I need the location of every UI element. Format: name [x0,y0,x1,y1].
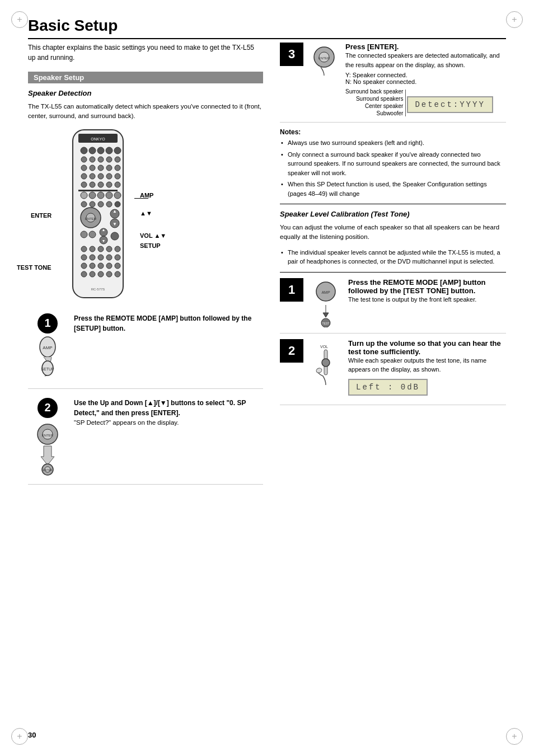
svg-point-19 [90,173,95,179]
spk-label-0: Surround back speaker [345,88,403,95]
svg-text:ENTER: ENTER [41,434,53,437]
svg-point-8 [81,157,87,162]
svg-point-23 [81,182,87,187]
svg-point-52 [111,232,119,240]
speaker-labels-list: Surround back speaker Surround speakers … [345,88,403,116]
page-title: Basic Setup [28,17,506,39]
speaker-setup-header: Speaker Setup [28,72,263,83]
svg-point-63 [81,263,87,269]
svg-point-21 [106,173,112,179]
cal-step2-num: 2 [280,339,303,363]
svg-text:RC-577S: RC-577S [91,288,105,291]
yn-labels: Y: Speaker connected. N: No speaker conn… [345,72,506,85]
svg-point-53 [81,246,87,252]
spk-label-2: Center speaker [365,103,403,109]
svg-point-15 [98,165,104,171]
svg-point-18 [81,173,87,179]
divider2 [280,272,506,273]
svg-point-64 [90,263,95,269]
calibration-note: The individual speaker levels cannot be … [280,248,506,266]
svg-text:▲: ▲ [113,209,117,214]
cal-step1-num: 1 [280,278,303,302]
svg-point-27 [115,182,120,187]
detect-display: Detect:YYYY [407,96,493,113]
svg-text:ENTER: ENTER [318,57,330,60]
amp-line [134,198,148,199]
note-item-2: When this SP Detect function is used, th… [280,180,506,198]
speaker-diagram-area: Surround back speaker Surround speakers … [345,88,506,116]
step2-icon-area: 2 ENTER ENTER [28,398,67,476]
svg-point-93 [322,359,330,367]
cal-step1-content: Press the REMOTE MODE [AMP] button follo… [348,278,506,327]
svg-point-12 [115,157,120,162]
setup-label: SETUP [140,242,161,249]
svg-point-4 [89,147,96,154]
page-number: 30 [28,731,36,739]
left-column: This chapter explains the basic settings… [28,43,263,494]
cal-step2-content: Turn up the volume so that you can hear … [348,339,506,399]
svg-text:VOL: VOL [320,345,328,349]
svg-text:▲: ▲ [102,228,106,232]
svg-point-13 [81,165,87,171]
svg-point-37 [106,201,112,207]
step1-left: 1 AMP SETUP Press the REMOTE MODE [AMP] … [28,313,263,389]
right-column: 3 ENTER Press [ENTER]. The connected spe… [280,43,506,494]
svg-text:SETUP: SETUP [41,367,54,371]
step2-bold: Use the Up and Down [▲]/[▼] buttons to s… [74,399,246,417]
svg-text:ENTER: ENTER [43,468,52,472]
step1-hand-icon: AMP SETUP [32,336,63,381]
cal-vol-icon: VOL [315,341,337,386]
divider [280,204,506,204]
step3-bold: Press [ENTER]. [345,43,399,51]
n-label: N: No speaker connected. [345,78,506,85]
svg-point-32 [106,192,113,199]
svg-point-46 [81,231,87,238]
svg-point-16 [106,165,112,171]
svg-point-60 [98,255,104,260]
svg-point-33 [114,192,121,199]
calibration-body: You can adjust the volume of each speake… [280,223,506,242]
left-display: Left : 0dB [348,379,428,396]
svg-point-70 [98,271,104,277]
step3-icon: ENTER [309,43,340,116]
calibration-subtitle: Speaker Level Calibration (Test Tone) [280,210,506,218]
cal-step1-bold: Press the REMOTE MODE [AMP] button follo… [348,278,486,295]
step1-number: 1 [38,313,58,334]
svg-point-68 [81,271,87,277]
svg-point-57 [115,246,120,252]
svg-point-54 [90,246,95,252]
cal-testtone-icon: TEST [315,305,337,327]
cal-step2-bold: Turn up the volume so that you can hear … [348,339,501,356]
step2-icon: ENTER ENTER [32,420,63,476]
test-tone-label: TEST TONE [17,264,51,271]
spk-label-3: Subwoofer [377,110,404,116]
svg-point-58 [81,255,87,260]
step2-detail: "SP Detect?" appears on the display. [74,419,179,426]
svg-point-55 [98,246,104,252]
svg-point-56 [106,246,112,252]
cal-amp-icon: AMP [315,280,337,303]
svg-point-35 [90,201,95,207]
svg-point-25 [98,182,104,187]
detection-subtitle: Speaker Detection [28,89,263,97]
svg-point-30 [89,192,96,199]
svg-point-14 [90,165,95,171]
note-item-1: Only connect a surround back speaker if … [280,150,506,178]
notes-title: Notes: [280,128,506,136]
svg-point-61 [106,255,112,260]
svg-point-6 [106,147,113,154]
arrow-label: ▲▼ [140,210,152,217]
step2-text: Use the Up and Down [▲]/[▼] buttons to s… [74,398,263,476]
svg-text:ONKYO: ONKYO [91,137,105,141]
svg-point-65 [98,263,104,269]
svg-text:▼: ▼ [113,222,117,227]
spk-label-1: Surround speakers [356,96,404,102]
detection-body: The TX-L55 can automatically detect whic… [28,102,263,121]
svg-point-94 [316,367,322,373]
svg-point-69 [90,271,95,277]
svg-point-66 [106,263,112,269]
svg-text:AMP: AMP [43,345,52,350]
svg-point-38 [115,201,120,207]
svg-rect-28 [78,190,118,191]
svg-point-3 [81,147,87,154]
